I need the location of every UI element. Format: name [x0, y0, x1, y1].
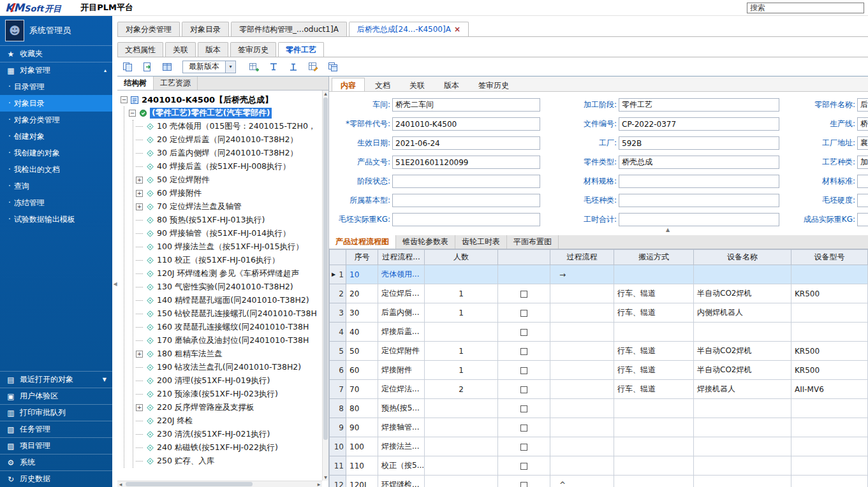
tree-node[interactable]: +60 焊接附件 [136, 187, 320, 200]
cell-card[interactable]: 焊接后盖... [378, 323, 425, 342]
field-input[interactable] [619, 156, 779, 169]
sidebar-collapse-arrow[interactable]: ◀ [112, 271, 118, 296]
checkbox[interactable] [520, 425, 527, 432]
tree-node[interactable]: 40 焊接后盖（按51XF-HJ-008执行） [136, 160, 320, 173]
cell-transport[interactable] [614, 265, 694, 284]
field-input[interactable] [857, 175, 868, 188]
cell-flow[interactable]: ^ [550, 476, 614, 487]
column-header[interactable]: 人数 [425, 250, 498, 265]
tree-node[interactable]: 140 精镗琵琶孔端面(同2401010-T38H2) [136, 294, 320, 307]
table-row[interactable]: 880预热(按5... [330, 399, 868, 418]
cell-transport[interactable]: 行车、辊道 [614, 303, 694, 323]
sidebar-item-3[interactable]: ·对象分类管理 [0, 112, 112, 128]
field-input[interactable] [619, 117, 779, 131]
copy-table-icon[interactable] [327, 61, 339, 73]
table-row[interactable]: 330后盖内侧...1行车、辊道内侧焊机器人 [330, 303, 868, 323]
cell-equipment[interactable]: 内侧焊机器人 [694, 303, 791, 323]
tree-node[interactable]: 120J 环焊缝检测 参见《车桥环焊缝超声 [136, 267, 320, 280]
cell-model[interactable]: KR500 [791, 342, 868, 361]
cell-check[interactable] [498, 265, 550, 284]
search-input[interactable] [747, 3, 864, 13]
cell-card[interactable]: 环焊缝检... [378, 476, 425, 487]
cell-equipment[interactable] [694, 418, 791, 437]
field-input[interactable] [857, 156, 868, 169]
cell-seq[interactable]: 70 [346, 380, 378, 399]
column-header[interactable]: 过程流程 [550, 250, 614, 265]
tree-node[interactable]: 210 预涂漆(按51XF-HJ-023执行) [136, 388, 320, 401]
tree-node[interactable]: 200 清理(按51XF-HJ-019执行) [136, 374, 320, 388]
tree-node[interactable]: 90 焊接轴管（按51XF-HJ-014执行） [136, 227, 320, 240]
tree-node[interactable]: 170 磨轴承位及油封位(同2401010-T38H [136, 334, 320, 347]
detail-tab-3[interactable]: 关联 [401, 78, 434, 91]
cell-people[interactable] [425, 399, 498, 418]
cell-flow[interactable] [550, 303, 614, 323]
scrollbar-thumb[interactable] [126, 482, 253, 486]
field-input[interactable] [392, 156, 540, 169]
checkbox[interactable] [520, 329, 527, 336]
sidebar-section-2[interactable]: ▣用户体验区 [0, 388, 112, 404]
cell-model[interactable] [791, 418, 868, 437]
field-input[interactable] [619, 98, 779, 112]
detail-tab-5[interactable]: 签审历史 [469, 78, 518, 91]
copy-document-icon[interactable] [121, 61, 134, 73]
cell-flow[interactable] [550, 437, 614, 456]
cell-equipment[interactable]: 半自动CO2焊机 [694, 284, 791, 303]
cell-people[interactable] [425, 323, 498, 342]
field-input[interactable] [857, 194, 868, 207]
summarize-bottom-icon[interactable] [287, 61, 300, 73]
cell-seq[interactable]: 110 [346, 456, 378, 476]
tree-root[interactable]: − 2401010-K4500【后桥壳总成】 [121, 93, 320, 106]
cell-check[interactable] [498, 418, 550, 437]
cell-seq[interactable]: 40 [346, 323, 378, 342]
sidebar-item-1[interactable]: ·目录管理 [0, 78, 112, 95]
cell-card[interactable]: 后盖内侧... [378, 303, 425, 323]
cell-check[interactable] [498, 437, 550, 456]
cell-equipment[interactable] [694, 399, 791, 418]
checkbox[interactable] [520, 291, 527, 298]
cell-check[interactable] [498, 342, 550, 361]
cell-model[interactable] [791, 323, 868, 342]
scroll-right-icon[interactable]: ▶ [316, 481, 322, 487]
cell-check[interactable] [498, 303, 550, 323]
expand-icon[interactable]: + [136, 351, 143, 358]
detail-tab-4[interactable]: 版本 [435, 78, 468, 91]
grid-tab-3[interactable]: 齿轮工时表 [455, 235, 507, 249]
tab-close-icon[interactable]: × [454, 25, 460, 34]
tree-node[interactable]: 20 定位焊后盖（同2401010-T38H2） [136, 133, 320, 147]
cell-model[interactable] [791, 476, 868, 487]
tree-node[interactable]: 220J 终检 [136, 414, 320, 428]
cell-transport[interactable]: 行车、辊道 [614, 361, 694, 380]
cell-people[interactable]: 1 [425, 303, 498, 323]
cell-seq[interactable]: 60 [346, 361, 378, 380]
table-row[interactable]: 10100焊接法兰... [330, 437, 868, 456]
table-row[interactable]: 12120J环焊缝检...^ [330, 476, 868, 487]
cell-model[interactable] [791, 399, 868, 418]
field-input[interactable] [619, 136, 779, 150]
cell-transport[interactable]: 行车、辊道 [614, 284, 694, 303]
cell-check[interactable] [498, 476, 550, 487]
cell-transport[interactable] [614, 399, 694, 418]
cell-equipment[interactable]: 半自动CO2焊机 [694, 361, 791, 380]
summarize-top-icon[interactable] [267, 61, 280, 73]
table-row[interactable]: 440焊接后盖... [330, 323, 868, 342]
doc-tab-3[interactable]: 零部件结构管理_...oduct1]A [231, 22, 347, 36]
cell-equipment[interactable] [694, 476, 791, 487]
collapse-icon[interactable]: − [121, 96, 128, 103]
cell-equipment[interactable] [694, 265, 791, 284]
sidebar-section-4[interactable]: ▧任务管理 [0, 421, 112, 437]
cell-seq[interactable]: 30 [346, 303, 378, 323]
table-row[interactable]: 990焊接轴管... [330, 418, 868, 437]
cell-seq[interactable]: 20 [346, 284, 378, 303]
tree-node[interactable]: +220 反序焊管路座及支撑板 [136, 401, 320, 414]
cell-card[interactable]: 焊接法兰... [378, 437, 425, 456]
cell-transport[interactable] [614, 418, 694, 437]
cell-transport[interactable]: 行车、辊道 [614, 380, 694, 399]
cell-card[interactable]: 焊接附件 [378, 361, 425, 380]
table-row[interactable]: ▶110壳体领用...→ [330, 265, 868, 284]
field-input[interactable] [392, 136, 540, 150]
cell-seq[interactable]: 100 [346, 437, 378, 456]
tree-node[interactable]: +50 定位焊附件 [136, 173, 320, 187]
cell-flow[interactable] [550, 418, 614, 437]
scroll-up-icon[interactable]: ▲ [323, 91, 328, 97]
doc-tab-1[interactable]: 对象分类管理 [117, 22, 180, 36]
